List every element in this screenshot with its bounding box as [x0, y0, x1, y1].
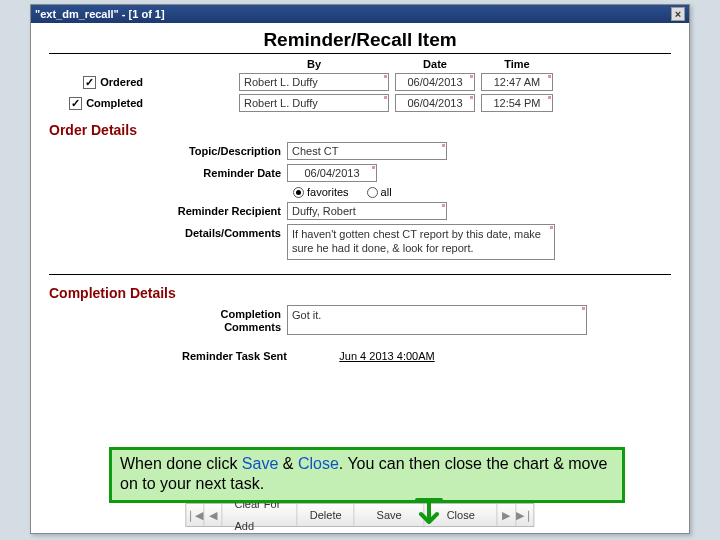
radio-icon [367, 187, 378, 198]
bottom-toolbar: ❘◀ ◀ Clear For Add Delete Save Close ▶ ▶… [185, 503, 534, 527]
titlebar: "ext_dm_recall" - [1 of 1] × [31, 5, 689, 23]
col-date: Date [395, 58, 475, 70]
radio-icon [293, 187, 304, 198]
radio-all[interactable]: all [367, 186, 392, 198]
completion-comments-row: CompletionComments Got it. [49, 305, 671, 335]
topic-row: Topic/Description Chest CT [49, 142, 671, 160]
reminder-date-row: Reminder Date 06/04/2013 [49, 164, 671, 182]
reminder-date-label: Reminder Date [49, 164, 287, 179]
reminder-task-sent-row: Reminder Task Sent Jun 4 2013 4:00AM [49, 349, 671, 363]
reminder-task-sent-value: Jun 4 2013 4:00AM [297, 349, 477, 363]
reminder-date-field[interactable]: 06/04/2013 [287, 164, 377, 182]
ordered-time-field[interactable]: 12:47 AM [481, 73, 553, 91]
clear-for-add-button[interactable]: Clear For Add [222, 504, 297, 526]
first-record-button[interactable]: ❘◀ [186, 504, 204, 526]
content-area: Reminder/Recall Item By Date Time ✓ Orde… [31, 23, 689, 363]
dialog-window: "ext_dm_recall" - [1 of 1] × Reminder/Re… [30, 4, 690, 534]
completion-comments-field[interactable]: Got it. [287, 305, 587, 335]
completed-time-field[interactable]: 12:54 PM [481, 94, 553, 112]
col-by: By [239, 58, 389, 70]
completed-checkbox[interactable]: ✓ [69, 97, 82, 110]
radio-favorites[interactable]: favorites [293, 186, 349, 198]
divider [49, 53, 671, 54]
ordered-by-field[interactable]: Robert L. Duffy [239, 73, 389, 91]
completion-details-heading: Completion Details [49, 285, 671, 301]
completed-date-field[interactable]: 06/04/2013 [395, 94, 475, 112]
recipient-filter-radios: favorites all [293, 186, 671, 198]
window-title: "ext_dm_recall" - [1 of 1] [35, 5, 165, 23]
recipient-field[interactable]: Duffy, Robert [287, 202, 447, 220]
prev-record-button[interactable]: ◀ [204, 504, 222, 526]
order-details-heading: Order Details [49, 122, 671, 138]
topic-label: Topic/Description [49, 142, 287, 157]
last-record-button[interactable]: ▶❘ [516, 504, 534, 526]
instruction-save-word: Save [242, 455, 278, 472]
completed-label: Completed [86, 97, 143, 109]
col-time: Time [481, 58, 553, 70]
instruction-close-word: Close [298, 455, 339, 472]
page-title: Reminder/Recall Item [49, 29, 671, 51]
recipient-label: Reminder Recipient [49, 202, 287, 217]
details-row: Details/Comments If haven't gotten chest… [49, 224, 671, 260]
next-record-button[interactable]: ▶ [498, 504, 516, 526]
close-button[interactable]: Close [425, 504, 498, 526]
instruction-callout: When done click Save & Close. You can th… [109, 447, 625, 503]
ordered-date-field[interactable]: 06/04/2013 [395, 73, 475, 91]
details-label: Details/Comments [49, 224, 287, 239]
divider [49, 274, 671, 275]
completed-row: ✓ Completed Robert L. Duffy 06/04/2013 1… [49, 94, 671, 112]
ordered-label: Ordered [100, 76, 143, 88]
completed-by-field[interactable]: Robert L. Duffy [239, 94, 389, 112]
delete-button[interactable]: Delete [298, 504, 355, 526]
close-icon[interactable]: × [671, 7, 685, 21]
reminder-task-sent-label: Reminder Task Sent [49, 350, 287, 362]
topic-field[interactable]: Chest CT [287, 142, 447, 160]
status-column-headers: By Date Time [49, 58, 671, 70]
ordered-row: ✓ Ordered Robert L. Duffy 06/04/2013 12:… [49, 73, 671, 91]
recipient-row: Reminder Recipient Duffy, Robert [49, 202, 671, 220]
save-button[interactable]: Save [355, 504, 425, 526]
completion-comments-label: CompletionComments [49, 305, 287, 334]
ordered-checkbox[interactable]: ✓ [83, 76, 96, 89]
details-field[interactable]: If haven't gotten chest CT report by thi… [287, 224, 555, 260]
